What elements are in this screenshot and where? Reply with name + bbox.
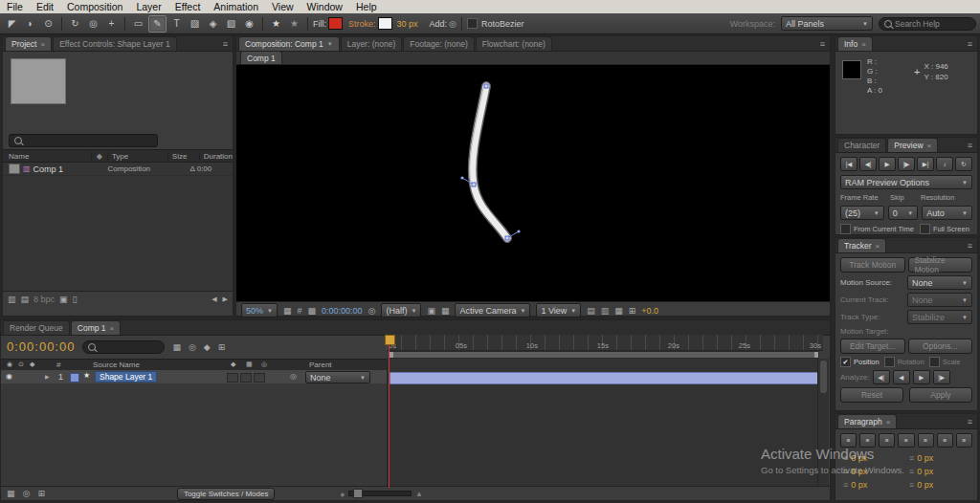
item-label-swatch[interactable] bbox=[9, 164, 20, 174]
work-area-end-handle[interactable] bbox=[814, 352, 818, 358]
tab-tracker[interactable]: Tracker× bbox=[837, 238, 886, 252]
composition-mini-flowchart-icon[interactable]: ▦ bbox=[172, 342, 181, 352]
menu-help[interactable]: Help bbox=[349, 1, 384, 12]
label-color-column-icon[interactable]: ◆ bbox=[92, 152, 108, 161]
comp-marker-bin-icon[interactable]: ◎ bbox=[23, 489, 31, 498]
panel-menu-icon[interactable]: ≡ bbox=[218, 39, 233, 49]
from-current-time-checkbox[interactable] bbox=[840, 224, 851, 234]
menu-effect[interactable]: Effect bbox=[168, 1, 208, 12]
flowchart-button-icon[interactable]: ⊞ bbox=[629, 306, 636, 316]
last-frame-button[interactable]: ▶| bbox=[917, 157, 934, 171]
track-type-dropdown[interactable]: Stabilize▼ bbox=[907, 310, 972, 324]
options-button[interactable]: Options... bbox=[908, 339, 973, 354]
tab-paragraph[interactable]: Paragraph× bbox=[837, 414, 897, 428]
skip-dropdown[interactable]: 0▼ bbox=[888, 206, 918, 220]
space-after-value[interactable]: 0 px bbox=[917, 467, 933, 476]
next-frame-button[interactable]: |▶ bbox=[898, 157, 915, 171]
layer-row[interactable]: ◉ ▶ 1 ★ Shape Layer 1 ◎ None▼ bbox=[1, 370, 387, 384]
camera-tool-icon[interactable]: ◎ bbox=[85, 16, 101, 32]
column-name[interactable]: Name bbox=[3, 152, 92, 161]
fill-color-swatch[interactable] bbox=[328, 17, 343, 30]
panel-menu-icon[interactable]: ≡ bbox=[963, 417, 977, 426]
close-icon[interactable]: × bbox=[886, 418, 891, 426]
zoom-slider-handle[interactable] bbox=[353, 489, 363, 498]
time-ruler[interactable]: 0s 05s 10s 15s 20s 25s 30s bbox=[387, 335, 823, 351]
trash-icon[interactable]: ▯ bbox=[73, 295, 78, 304]
loop-button[interactable]: ↻ bbox=[955, 157, 972, 171]
column-type[interactable]: Type bbox=[108, 152, 168, 161]
layer-duration-bar[interactable] bbox=[390, 372, 820, 384]
layer-switch-box[interactable] bbox=[240, 373, 252, 383]
stroke-label[interactable]: Stroke: bbox=[348, 19, 376, 29]
selection-tool-icon[interactable]: ◤ bbox=[4, 16, 20, 32]
column-index[interactable]: # bbox=[56, 361, 60, 369]
layer-color-swatch[interactable] bbox=[70, 373, 79, 383]
analyze-backward-button[interactable]: ◀ bbox=[893, 370, 910, 384]
tab-preview[interactable]: Preview× bbox=[887, 138, 938, 152]
column-size[interactable]: Size bbox=[168, 152, 200, 161]
reset-button[interactable]: Reset bbox=[840, 387, 903, 403]
project-bit-depth[interactable]: 8 bpc bbox=[33, 295, 55, 304]
close-icon[interactable]: × bbox=[110, 324, 115, 333]
expand-layers-icon[interactable]: ▦ bbox=[7, 489, 15, 498]
mask-visibility-icon[interactable]: ▩ bbox=[308, 306, 317, 316]
menu-edit[interactable]: Edit bbox=[30, 1, 60, 12]
hide-shy-layers-icon[interactable]: ◆ bbox=[204, 342, 211, 352]
layer-switch-box[interactable] bbox=[254, 373, 265, 383]
column-duration[interactable]: Duration bbox=[200, 152, 233, 161]
tab-composition[interactable]: Composition: Comp 1 ▼ bbox=[238, 36, 340, 51]
work-area-bar[interactable] bbox=[389, 351, 819, 359]
workspace-dropdown[interactable]: All Panels▼ bbox=[781, 16, 873, 31]
mask-shape-tool-icon[interactable]: ▭ bbox=[130, 16, 146, 32]
snapshot-icon[interactable]: ◎ bbox=[368, 306, 376, 316]
timeline-vertical-scrollbar[interactable] bbox=[817, 359, 829, 488]
current-time-indicator-handle[interactable] bbox=[385, 335, 395, 345]
zoom-tool-icon[interactable]: ⊙ bbox=[40, 16, 56, 32]
add-shape-icon[interactable]: ◎ bbox=[449, 19, 457, 29]
close-icon[interactable]: × bbox=[876, 242, 880, 251]
column-parent[interactable]: Parent bbox=[309, 361, 332, 369]
full-screen-checkbox[interactable] bbox=[920, 224, 930, 234]
menu-composition[interactable]: Composition bbox=[60, 1, 129, 12]
layer-name[interactable]: Shape Layer 1 bbox=[95, 371, 157, 383]
project-search-input[interactable] bbox=[9, 134, 158, 147]
graph-editor-icon[interactable]: ⊞ bbox=[37, 489, 45, 498]
pen-tool-icon[interactable]: ✎ bbox=[148, 15, 167, 33]
close-icon[interactable]: × bbox=[40, 40, 45, 49]
layer-visibility-eye-icon[interactable]: ◉ bbox=[6, 372, 12, 381]
align-left-icon[interactable]: ≡ bbox=[840, 433, 857, 448]
pixel-aspect-icon[interactable]: ▤ bbox=[587, 306, 595, 316]
new-folder-icon[interactable]: ▤ bbox=[21, 295, 30, 304]
menu-layer[interactable]: Layer bbox=[129, 1, 167, 12]
eraser-tool-icon[interactable]: ▧ bbox=[223, 16, 239, 32]
exposure-value[interactable]: +0.0 bbox=[641, 306, 658, 316]
clone-stamp-tool-icon[interactable]: ◈ bbox=[205, 16, 221, 32]
position-checkbox[interactable]: ✔ bbox=[840, 357, 851, 367]
chevron-down-icon[interactable]: ▼ bbox=[327, 41, 333, 47]
draft-3d-icon[interactable]: ◎ bbox=[189, 342, 196, 352]
indent-right-value[interactable]: 0 px bbox=[917, 453, 933, 463]
rotation-tool-icon[interactable]: ↻ bbox=[67, 16, 83, 32]
new-composition-icon[interactable]: ▣ bbox=[59, 295, 68, 304]
align-center-icon[interactable]: ≡ bbox=[859, 433, 876, 448]
star-shape-tool-icon[interactable]: ★ bbox=[268, 16, 284, 32]
timeline-button-icon[interactable]: ▦ bbox=[614, 306, 623, 316]
zoom-in-mountain-icon[interactable]: ▲ bbox=[415, 490, 423, 498]
resolution-preview-dropdown[interactable]: Auto▼ bbox=[922, 206, 972, 220]
zoom-out-mountain-icon[interactable]: ◆ bbox=[340, 491, 345, 497]
audio-mute-button[interactable]: ♪ bbox=[936, 157, 953, 171]
apply-button[interactable]: Apply bbox=[909, 387, 972, 403]
panel-menu-icon[interactable]: ≡ bbox=[815, 39, 830, 49]
tab-comp-1[interactable]: Comp 1 bbox=[240, 51, 282, 64]
transparency-grid-icon[interactable]: ▦ bbox=[441, 306, 450, 316]
justify-all-icon[interactable]: ≡ bbox=[956, 433, 972, 448]
play-button[interactable]: ▶ bbox=[879, 157, 896, 171]
stroke-width-value[interactable]: 30 px bbox=[397, 19, 418, 29]
interpret-footage-icon[interactable]: ▥ bbox=[8, 295, 16, 304]
layer-parent-dropdown[interactable]: None▼ bbox=[305, 371, 370, 383]
puppet-pin-tool-icon[interactable]: ◉ bbox=[241, 16, 257, 32]
layer-switch-box[interactable] bbox=[227, 373, 238, 383]
current-track-dropdown[interactable]: None▼ bbox=[907, 293, 972, 307]
close-icon[interactable]: × bbox=[927, 142, 932, 150]
frame-blending-icon[interactable]: ⊞ bbox=[218, 342, 226, 352]
